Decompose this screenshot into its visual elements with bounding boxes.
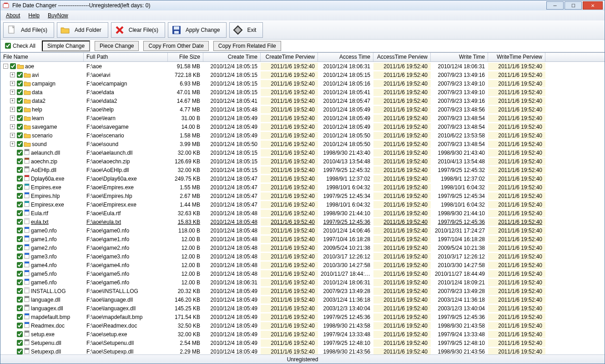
row-checkbox[interactable] (17, 158, 23, 164)
table-row[interactable]: eula.txtF:\aoe\eula.txt15.83 KB2010/12/4… (0, 217, 605, 226)
table-row[interactable]: Eula.rtfF:\aoe\Eula.rtf32.63 KB2010/12/4… (0, 209, 605, 217)
col-write-time[interactable]: Write Time (431, 53, 488, 61)
row-checkbox[interactable] (17, 271, 23, 277)
table-row[interactable]: game6.nfoF:\aoe\game6.nfo12.00 B2010/12/… (0, 278, 605, 287)
row-checkbox[interactable] (17, 184, 23, 190)
table-row[interactable]: Empires.hlpF:\aoe\Empires.hlp2.67 MB2010… (0, 192, 605, 200)
row-checkbox[interactable] (17, 132, 23, 138)
tree-toggle[interactable]: + (10, 90, 15, 95)
tree-toggle[interactable]: - (3, 64, 8, 69)
table-row[interactable]: +savegameF:\aoe\savegame14.00 B2010/12/4… (0, 122, 605, 131)
table-row[interactable]: +dataF:\aoe\data47.01 MB2010/12/4 18:05:… (0, 88, 605, 96)
add-files-button[interactable]: Add File(s) (3, 22, 54, 38)
exit-button[interactable]: Exit (229, 22, 263, 38)
grid-body[interactable]: -aoeF:\aoe91.58 MB2010/12/4 18:05:152011… (0, 62, 605, 354)
table-row[interactable]: +aviF:\aoe\avi722.18 KB2010/12/4 18:05:1… (0, 71, 605, 79)
table-row[interactable]: game1.nfoF:\aoe\game1.nfo12.00 B2010/12/… (0, 235, 605, 243)
table-row[interactable]: language.dllF:\aoe\language.dll146.20 KB… (0, 295, 605, 304)
tab-copy-related[interactable]: Copy From Related File (213, 41, 281, 51)
check-all-checkbox[interactable] (5, 43, 11, 49)
maximize-button[interactable]: ☐ (565, 1, 582, 10)
row-checkbox[interactable] (17, 305, 23, 311)
col-access-time[interactable]: Access Time (318, 53, 373, 61)
tab-piece-change[interactable]: Piece Change (95, 41, 139, 51)
row-checkbox[interactable] (17, 253, 23, 259)
table-row[interactable]: game3.nfoF:\aoe\game3.nfo12.00 B2010/12/… (0, 252, 605, 261)
row-checkbox[interactable] (17, 219, 23, 225)
table-row[interactable]: setup.exeF:\aoe\setup.exe32.00 KB2010/12… (0, 330, 605, 339)
row-checkbox[interactable] (17, 167, 23, 173)
table-row[interactable]: Setupenu.dllF:\aoe\Setupenu.dll2.54 MB20… (0, 339, 605, 347)
table-row[interactable]: INSTALL.LOGF:\aoe\INSTALL.LOG20.32 KB201… (0, 287, 605, 295)
row-checkbox[interactable] (10, 63, 16, 69)
row-checkbox[interactable] (17, 81, 23, 86)
tree-toggle[interactable]: + (10, 98, 15, 103)
tab-copy-other[interactable]: Copy From Other Date (143, 41, 208, 51)
col-full-path[interactable]: Full Path (84, 53, 168, 61)
tree-toggle[interactable]: + (10, 133, 15, 138)
row-checkbox[interactable] (17, 202, 23, 207)
row-checkbox[interactable] (17, 279, 23, 285)
table-row[interactable]: game2.nfoF:\aoe\game2.nfo12.00 B2010/12/… (0, 243, 605, 252)
row-checkbox[interactable] (17, 115, 23, 121)
col-create-time[interactable]: Create Time (203, 53, 261, 61)
row-checkbox[interactable] (17, 72, 23, 78)
menu-help[interactable]: Help (25, 11, 43, 20)
add-folder-button[interactable]: Add Folder (57, 22, 108, 38)
col-create-prev[interactable]: CreateTime Perview (261, 53, 318, 61)
tab-simple-change[interactable]: Simple Change (42, 40, 90, 51)
row-checkbox[interactable] (17, 150, 23, 156)
row-checkbox[interactable] (17, 314, 23, 320)
row-checkbox[interactable] (17, 245, 23, 251)
table-row[interactable]: Setupexp.dllF:\aoe\Setupexp.dll2.29 MB20… (0, 347, 605, 354)
table-row[interactable]: Dplay60a.exeF:\aoe\Dplay60a.exe249.75 KB… (0, 174, 605, 183)
table-row[interactable]: game5.nfoF:\aoe\game5.nfo12.00 B2010/12/… (0, 269, 605, 278)
row-checkbox[interactable] (17, 349, 23, 354)
row-checkbox[interactable] (17, 262, 23, 268)
row-checkbox[interactable] (17, 124, 23, 130)
tree-toggle[interactable]: + (10, 81, 15, 86)
check-all[interactable]: Check All (3, 42, 37, 50)
table-row[interactable]: -aoeF:\aoe91.58 MB2010/12/4 18:05:152011… (0, 62, 605, 71)
row-checkbox[interactable] (17, 210, 23, 216)
minimize-button[interactable]: ─ (546, 1, 564, 10)
table-row[interactable]: +learnF:\aoe\learn31.00 B2010/12/4 18:05… (0, 114, 605, 122)
tree-toggle[interactable]: + (10, 116, 15, 121)
table-row[interactable]: AoEHlp.dllF:\aoe\AoEHlp.dll32.00 KB2010/… (0, 166, 605, 174)
tree-toggle[interactable]: + (10, 124, 15, 129)
table-row[interactable]: aelaunch.dllF:\aoe\aelaunch.dll32.00 KB2… (0, 148, 605, 157)
table-row[interactable]: +scenarioF:\aoe\scenario1.58 MB2010/12/4… (0, 131, 605, 140)
close-button[interactable]: ✕ (583, 1, 603, 10)
titlebar[interactable]: File Date Changer -----------------Unreg… (0, 0, 605, 10)
col-file-name[interactable]: File Name (0, 53, 84, 61)
col-file-size[interactable]: File Size (168, 53, 203, 61)
row-checkbox[interactable] (17, 176, 23, 182)
row-checkbox[interactable] (17, 331, 23, 337)
menu-about[interactable]: About (2, 11, 24, 20)
table-row[interactable]: Empires.exeF:\aoe\Empires.exe1.55 MB2010… (0, 183, 605, 192)
tree-toggle[interactable]: + (10, 107, 15, 112)
table-row[interactable]: +helpF:\aoe\help4.77 MB2010/12/4 18:05:4… (0, 105, 605, 114)
row-checkbox[interactable] (17, 323, 23, 329)
row-checkbox[interactable] (17, 98, 23, 104)
table-row[interactable]: game0.nfoF:\aoe\game0.nfo118.00 B2010/12… (0, 226, 605, 235)
row-checkbox[interactable] (17, 236, 23, 242)
table-row[interactable]: mapdefault.bmpF:\aoe\mapdefault.bmp171.5… (0, 313, 605, 321)
row-checkbox[interactable] (17, 340, 23, 346)
clear-files-button[interactable]: Clear File(s) (111, 22, 165, 38)
col-write-prev[interactable]: WriteTime Perview (488, 53, 545, 61)
row-checkbox[interactable] (17, 106, 23, 112)
row-checkbox[interactable] (17, 141, 23, 147)
tree-toggle[interactable]: + (10, 72, 15, 77)
row-checkbox[interactable] (17, 193, 23, 199)
apply-change-button[interactable]: Apply Change (168, 22, 227, 38)
table-row[interactable]: +data2F:\aoe\data214.67 MB2010/12/4 18:0… (0, 96, 605, 105)
row-checkbox[interactable] (17, 288, 23, 294)
row-checkbox[interactable] (17, 297, 23, 303)
menu-buynow[interactable]: BuyNow (44, 11, 72, 20)
table-row[interactable]: languagex.dllF:\aoe\languagex.dll145.25 … (0, 304, 605, 313)
col-access-prev[interactable]: AccessTime Perview (373, 53, 431, 61)
table-row[interactable]: +campaignF:\aoe\campaign6.93 MB2010/12/4… (0, 79, 605, 88)
row-checkbox[interactable] (17, 89, 23, 95)
row-checkbox[interactable] (17, 228, 23, 233)
